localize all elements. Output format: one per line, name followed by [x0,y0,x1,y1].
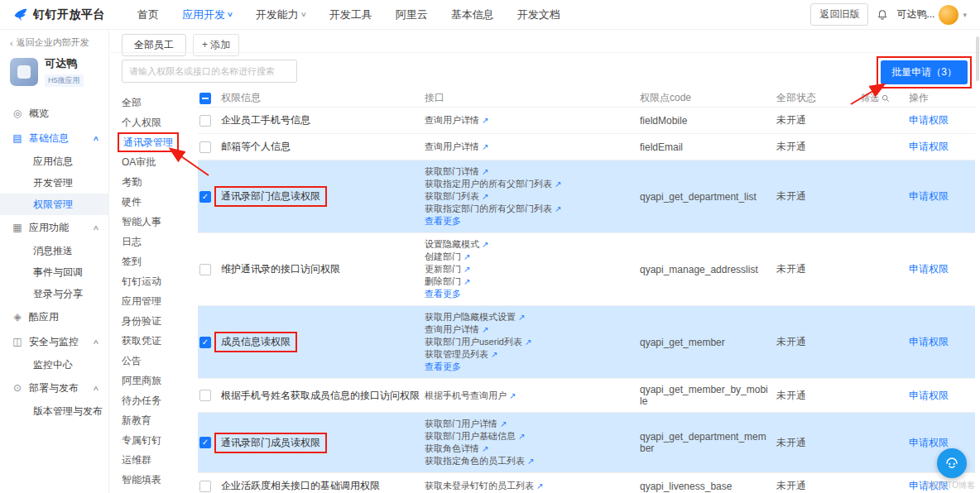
category-日志[interactable]: 日志 [122,232,195,251]
category-硬件[interactable]: 硬件 [122,192,195,212]
api-link[interactable]: 获取管理员列表↗ [425,348,497,361]
api-link[interactable]: 创建部门↗ [425,251,470,263]
row-checkbox[interactable] [199,390,211,401]
api-link[interactable]: 获取部门用户基础信息↗ [425,430,525,443]
sidebar-item-安全与监控[interactable]: ◫安全与监控∧ [0,329,108,354]
sidebar-item-开发管理[interactable]: 开发管理 [0,172,108,194]
dingtalk-logo[interactable]: 钉钉开放平台 [0,7,124,22]
apply-permission-link[interactable]: 申请权限 [909,436,949,450]
nav-item-阿里云[interactable]: 阿里云 [396,7,428,22]
user-menu[interactable]: 可达鸭... ▾ [896,5,967,25]
category-钉钉运动[interactable]: 钉钉运动 [122,271,195,291]
view-more-link[interactable]: 查看更多 [425,215,461,227]
category-身份验证[interactable]: 身份验证 [122,311,195,331]
row-checkbox[interactable] [199,141,211,153]
api-link[interactable]: 获取部门用户详情↗ [425,418,507,430]
row-checkbox[interactable] [199,264,211,275]
category-智能填表[interactable]: 智能填表 [122,470,195,490]
api-link[interactable]: 获取部门列表↗ [425,190,488,203]
row-checkbox[interactable] [199,115,211,127]
row-checkbox[interactable] [199,337,211,348]
category-通讯录管理[interactable]: 通讯录管理 [118,132,179,152]
annotation-box-batch-apply: 批量申请（3） [877,56,972,89]
app-info-block: 可达鸭 H5微应用 [10,56,84,87]
notification-bell-icon[interactable] [877,9,888,21]
sidebar-item-应用信息[interactable]: 应用信息 [0,151,108,172]
nav-item-应用开发[interactable]: 应用开发∨ [182,7,233,22]
back-to-internal-dev-link[interactable]: ‹ 返回企业内部开发 [10,36,89,49]
category-OA审批[interactable]: OA审批 [122,152,195,172]
view-more-link[interactable]: 查看更多 [425,288,461,300]
api-link[interactable]: 根据手机号查询用户↗ [425,390,516,402]
category-获取凭证[interactable]: 获取凭证 [122,331,195,351]
select-all-checkbox[interactable] [199,93,211,104]
api-link[interactable]: 设置隐藏模式↗ [425,238,488,251]
external-link-icon: ↗ [464,263,470,275]
category-待办任务[interactable]: 待办任务 [122,390,195,410]
sidebar-item-登录与分享[interactable]: 登录与分享 [0,283,108,304]
row-checkbox[interactable] [199,191,211,203]
api-link[interactable]: 获取未登录钉钉的员工列表↗ [425,480,543,492]
apply-permission-link[interactable]: 申请权限 [909,140,949,154]
sidebar-item-部署与发布[interactable]: ⊙部署与发布∧ [0,376,108,400]
vertical-scrollbar-thumb[interactable] [976,36,979,81]
sidebar-item-label: 应用功能 [29,221,69,235]
category-专属钉钉[interactable]: 专属钉钉 [122,430,195,450]
category-全部[interactable]: 全部 [122,93,195,112]
api-link[interactable]: 更新部门↗ [425,263,470,275]
filter-spacer-cell [861,337,909,347]
row-checkbox[interactable] [199,481,211,492]
sidebar-item-版本管理与发布[interactable]: 版本管理与发布 [0,400,108,422]
table-row: 通讯录部门信息读权限获取部门详情↗获取指定用户的所有父部门列表↗获取部门列表↗获… [198,160,975,233]
category-阿里商旅[interactable]: 阿里商旅 [122,371,195,390]
nav-item-开发能力[interactable]: 开发能力∨ [256,7,306,22]
category-运维群[interactable]: 运维群 [122,450,195,470]
api-cell: 获取部门详情↗获取指定用户的所有父部门列表↗获取部门列表↗获取指定部门的所有父部… [425,160,640,232]
apply-permission-link[interactable]: 申请权限 [909,113,949,127]
api-link[interactable]: 获取角色详情↗ [425,443,488,455]
sidebar-item-酷应用[interactable]: ◈酷应用 [0,304,108,329]
category-应用管理[interactable]: 应用管理 [122,291,195,311]
batch-apply-button[interactable]: 批量申请（3） [881,60,968,84]
api-link[interactable]: 获取部门用户userid列表↗ [425,336,531,348]
nav-item-基本信息[interactable]: 基本信息 [451,7,494,22]
sidebar-item-权限管理[interactable]: 权限管理 [0,194,108,215]
api-link-label: 获取部门列表 [425,190,479,203]
sidebar-item-消息推送[interactable]: 消息推送 [0,240,108,261]
category-公告[interactable]: 公告 [122,351,195,371]
sidebar-item-label: 安全与监控 [29,335,79,349]
apply-permission-link[interactable]: 申请权限 [909,189,949,203]
nav-item-开发工具[interactable]: 开发工具 [329,7,372,22]
back-to-old-version-button[interactable]: 返回旧版 [810,3,868,26]
api-link[interactable]: 获取部门详情↗ [425,165,488,178]
api-link[interactable]: 获取指定角色的员工列表↗ [425,455,534,467]
api-link[interactable]: 删除部门↗ [425,275,470,288]
category-新教育[interactable]: 新教育 [122,410,195,430]
category-个人权限[interactable]: 个人权限 [122,112,195,132]
category-考勤[interactable]: 考勤 [122,172,195,192]
api-link[interactable]: 获取用户隐藏模式设置↗ [425,311,525,323]
nav-item-首页[interactable]: 首页 [137,7,159,22]
customer-service-float-button[interactable] [937,448,967,478]
category-智能人事[interactable]: 智能人事 [122,212,195,232]
api-link[interactable]: 获取指定用户的所有父部门列表↗ [425,178,561,190]
permission-search-input[interactable] [122,60,297,83]
api-link[interactable]: 查询用户详情↗ [425,114,488,127]
view-more-link[interactable]: 查看更多 [425,361,461,373]
apply-permission-link[interactable]: 申请权限 [909,335,949,349]
sidebar-item-监控中心[interactable]: 监控中心 [0,354,108,376]
sidebar-item-应用功能[interactable]: ▦应用功能∧ [0,215,108,240]
nav-item-开发文档[interactable]: 开发文档 [517,7,560,22]
sidebar-item-基础信息[interactable]: ▤基础信息∧ [0,126,108,151]
sidebar-item-事件与回调[interactable]: 事件与回调 [0,261,108,283]
apply-permission-link[interactable]: 申请权限 [909,262,949,276]
sidebar-item-概览[interactable]: ◎概览 [0,101,108,126]
api-link[interactable]: 查询用户详情↗ [425,323,488,336]
apply-permission-link[interactable]: 申请权限 [909,389,949,403]
api-link[interactable]: 获取指定部门的所有父部门列表↗ [425,203,561,215]
api-link-label: 删除部门 [425,275,461,288]
filter-control[interactable]: 筛选 [861,92,890,104]
row-checkbox[interactable] [199,437,211,448]
api-link[interactable]: 查询用户详情↗ [425,141,488,153]
category-签到[interactable]: 签到 [122,251,195,271]
